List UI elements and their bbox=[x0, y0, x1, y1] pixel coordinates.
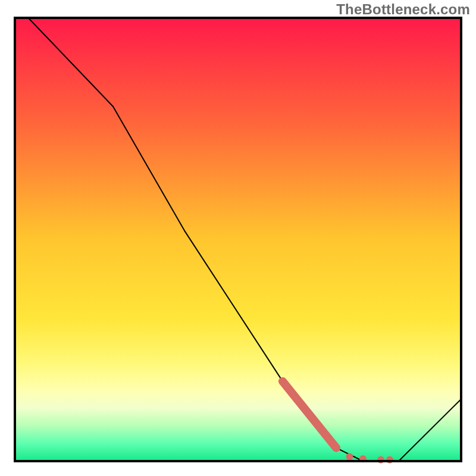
chart-frame: TheBottleneck.com bbox=[0, 0, 476, 476]
highlight-dot bbox=[346, 453, 353, 461]
watermark-label: TheBottleneck.com bbox=[336, 1, 470, 18]
bottleneck-chart bbox=[0, 0, 476, 476]
plot-background bbox=[15, 18, 461, 461]
